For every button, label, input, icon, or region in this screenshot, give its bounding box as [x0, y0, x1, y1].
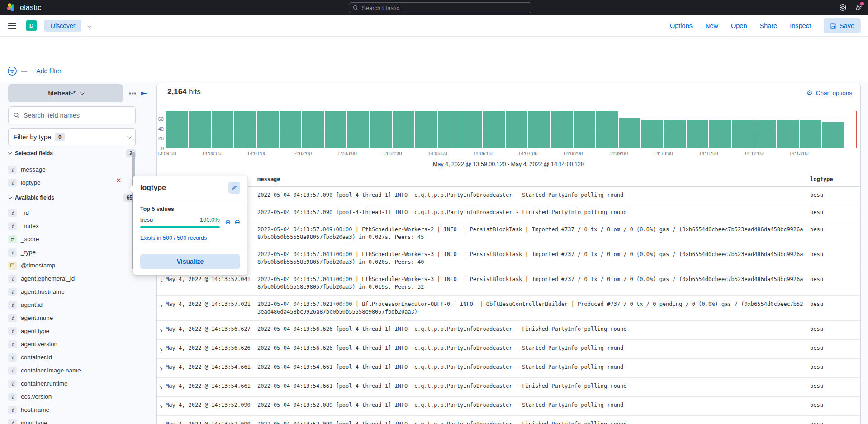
- index-pattern-switcher[interactable]: filebeat-*: [8, 84, 123, 102]
- histogram-bar[interactable]: [664, 120, 686, 148]
- new-button[interactable]: New: [705, 22, 718, 29]
- histogram-bar[interactable]: [460, 111, 482, 148]
- histogram-bar[interactable]: [280, 111, 301, 148]
- field-item-_type[interactable]: t_type: [8, 246, 130, 259]
- expand-row-button[interactable]: [158, 401, 166, 411]
- filter-by-type-select[interactable]: Filter by type 0: [8, 128, 136, 146]
- logtype-column-header[interactable]: logtype: [810, 176, 860, 183]
- histogram-bar[interactable]: [166, 111, 188, 148]
- field-item-@timestamp[interactable]: @timestamp: [8, 259, 130, 272]
- expand-row-button[interactable]: [158, 300, 166, 310]
- field-item-agent.id[interactable]: tagent.id: [8, 298, 130, 311]
- collapse-sidebar-icon[interactable]: ⇤: [141, 90, 147, 97]
- expand-row-button[interactable]: [158, 325, 166, 335]
- save-button[interactable]: Save: [824, 18, 861, 33]
- table-row[interactable]: 2022-05-04 04:13:57.090 [pool-4-thread-1…: [157, 204, 860, 221]
- histogram-bar[interactable]: [619, 118, 640, 148]
- histogram-bar[interactable]: [687, 120, 708, 148]
- table-row[interactable]: May 4, 2022 @ 14:13:54.6612022-05-04 04:…: [157, 359, 860, 378]
- field-item-message[interactable]: tmessage: [8, 163, 130, 176]
- exists-in-records-link[interactable]: Exists in 500 / 500 records: [140, 235, 240, 241]
- chart-options-button[interactable]: ⚙ Chart options: [806, 89, 852, 97]
- table-row[interactable]: May 4, 2022 @ 14:13:56.6272022-05-04 04:…: [157, 321, 860, 340]
- histogram-bar[interactable]: [754, 120, 776, 148]
- remove-field-button[interactable]: ✕: [116, 176, 122, 185]
- field-item-_id[interactable]: t_id: [8, 206, 130, 219]
- available-fields-header[interactable]: Available fields 65: [8, 194, 136, 202]
- field-item-host.name[interactable]: thost.name: [8, 403, 130, 416]
- histogram-bar[interactable]: [189, 111, 211, 148]
- table-row[interactable]: May 4, 2022 @ 14:13:57.0412022-05-04 04:…: [157, 271, 860, 296]
- field-item-agent.version[interactable]: tagent.version: [8, 338, 130, 351]
- expand-row-button[interactable]: [158, 363, 166, 373]
- field-item-agent.name[interactable]: tagent.name: [8, 311, 130, 324]
- message-column-header[interactable]: message: [257, 176, 810, 183]
- histogram-bar[interactable]: [732, 120, 754, 148]
- visualize-button[interactable]: Visualize: [140, 254, 240, 269]
- histogram-bar[interactable]: [393, 111, 414, 148]
- field-item-agent.type[interactable]: tagent.type: [8, 324, 130, 338]
- help-icon[interactable]: [839, 4, 847, 11]
- global-search-input[interactable]: Search Elastic: [349, 2, 531, 13]
- histogram-bar[interactable]: [574, 111, 595, 148]
- histogram-bar[interactable]: [596, 111, 618, 148]
- breadcrumb[interactable]: Discover: [44, 20, 81, 32]
- field-item-logtype[interactable]: tlogtype: [8, 176, 130, 189]
- histogram-bar[interactable]: [528, 111, 550, 148]
- options-button[interactable]: Options: [670, 22, 693, 29]
- expand-row-button[interactable]: [158, 344, 166, 354]
- histogram-bar[interactable]: [257, 111, 279, 148]
- field-item-container.runtime[interactable]: tcontainer.runtime: [8, 377, 130, 390]
- app-badge[interactable]: D: [26, 20, 37, 31]
- edit-field-button[interactable]: ✎: [228, 182, 240, 194]
- expand-row-button[interactable]: [158, 276, 166, 285]
- histogram-bar[interactable]: [438, 111, 460, 148]
- table-row[interactable]: 2022-05-04 04:13:57.041+00:00 | EthSched…: [157, 246, 860, 271]
- share-button[interactable]: Share: [759, 22, 777, 29]
- news-feed-icon[interactable]: [855, 4, 863, 11]
- field-item-input.type[interactable]: tinput.type: [8, 416, 130, 424]
- field-search-input[interactable]: Search field names: [8, 106, 136, 124]
- histogram-bar[interactable]: [506, 111, 527, 148]
- table-row[interactable]: 2022-05-04 04:13:57.049+00:00 | EthSched…: [157, 221, 860, 246]
- histogram-bar[interactable]: [800, 120, 821, 148]
- field-item-ecs.version[interactable]: tecs.version: [8, 390, 130, 403]
- filter-for-value-icon[interactable]: ⊕: [225, 218, 231, 226]
- field-item-container.image.name[interactable]: tcontainer.image.name: [8, 364, 130, 377]
- expand-row-button[interactable]: [158, 420, 166, 424]
- filter-out-value-icon[interactable]: ⊖: [234, 218, 240, 226]
- field-settings-icon[interactable]: [129, 91, 136, 96]
- field-item-container.id[interactable]: tcontainer.id: [8, 351, 130, 364]
- histogram-bar[interactable]: [822, 122, 844, 148]
- histogram-bar[interactable]: [234, 111, 256, 148]
- table-row[interactable]: May 4, 2022 @ 14:13:54.6612022-05-04 04:…: [157, 378, 860, 397]
- expand-row-button[interactable]: [158, 382, 166, 392]
- histogram-bar[interactable]: [212, 111, 233, 148]
- histogram-bar[interactable]: [551, 111, 573, 148]
- filter-menu-icon[interactable]: [7, 66, 17, 76]
- open-button[interactable]: Open: [731, 22, 747, 29]
- chevron-down-icon[interactable]: [87, 22, 90, 30]
- inspect-button[interactable]: Inspect: [790, 22, 811, 29]
- histogram-bar[interactable]: [347, 111, 369, 148]
- histogram-bar[interactable]: [709, 120, 731, 148]
- histogram-bar[interactable]: [777, 120, 799, 148]
- elastic-logo[interactable]: [6, 3, 16, 12]
- histogram-bar[interactable]: [370, 111, 392, 148]
- histogram-bar[interactable]: [483, 111, 505, 148]
- histogram-bar[interactable]: [302, 111, 324, 148]
- menu-icon[interactable]: [8, 23, 16, 29]
- histogram-bar[interactable]: [325, 111, 346, 148]
- table-row[interactable]: May 4, 2022 @ 14:13:52.0902022-05-04 04:…: [157, 397, 860, 416]
- field-item-_score[interactable]: #_score: [8, 233, 130, 246]
- table-row[interactable]: 2022-05-04 04:13:57.090 [pool-4-thread-1…: [157, 187, 860, 204]
- table-row[interactable]: May 4, 2022 @ 14:13:57.0212022-05-04 04:…: [157, 296, 860, 321]
- histogram-bar[interactable]: [641, 120, 663, 148]
- table-row[interactable]: May 4, 2022 @ 14:13:56.6262022-05-04 04:…: [157, 340, 860, 359]
- field-item-agent.hostname[interactable]: tagent.hostname: [8, 285, 130, 298]
- histogram-bar[interactable]: [415, 111, 437, 148]
- field-item-agent.ephemeral_id[interactable]: tagent.ephemeral_id: [8, 272, 130, 285]
- add-filter-button[interactable]: + Add filter: [31, 67, 62, 75]
- table-row[interactable]: May 4, 2022 @ 14:13:52.0902022-05-04 04:…: [157, 416, 860, 424]
- field-item-_index[interactable]: t_index: [8, 219, 130, 233]
